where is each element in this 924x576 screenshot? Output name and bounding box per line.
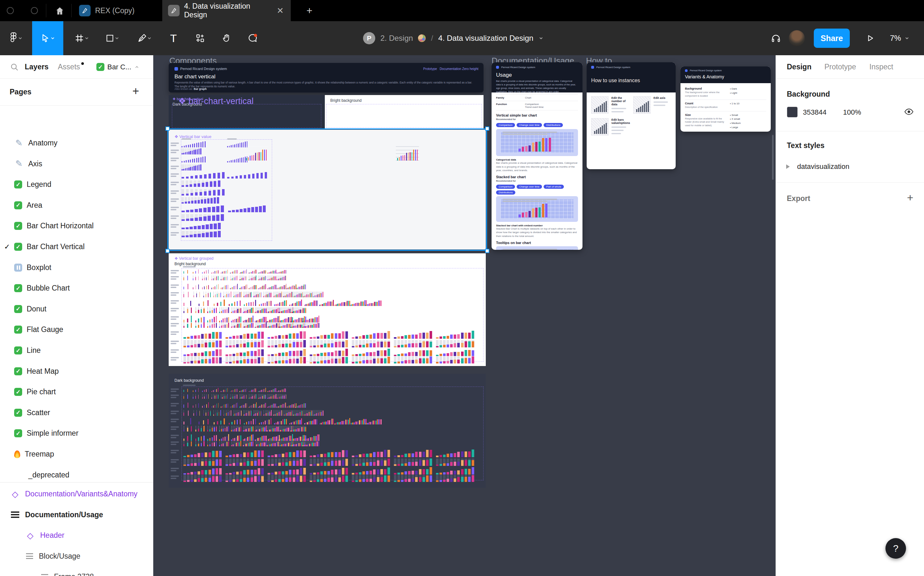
window-control-icon[interactable] bbox=[31, 7, 38, 14]
help-button[interactable]: ? bbox=[886, 538, 906, 558]
sidebar-page-anatomy[interactable]: ✎Anatomy bbox=[0, 133, 153, 154]
home-button[interactable] bbox=[53, 5, 66, 18]
comment-tool-button[interactable] bbox=[240, 21, 265, 55]
frame-links[interactable]: Prototype Documentation Zero height bbox=[423, 67, 478, 70]
project-badge[interactable]: P bbox=[363, 32, 375, 44]
add-export-button[interactable]: + bbox=[907, 191, 913, 204]
tab-data-visualization[interactable]: 4. Data visualization Design ✕ bbox=[162, 0, 291, 21]
tab-rex-copy[interactable]: REX (Copy) bbox=[73, 0, 140, 21]
canvas[interactable]: Components Documentation/Usage How to Pe… bbox=[153, 55, 776, 576]
resources-tool-button[interactable] bbox=[188, 21, 212, 55]
avatar[interactable] bbox=[789, 30, 805, 46]
present-button[interactable] bbox=[860, 21, 880, 55]
sidebar-page-area[interactable]: ✓Area bbox=[0, 195, 153, 216]
tab-assets[interactable]: Assets bbox=[58, 55, 80, 78]
sidebar-page-bubble-chart[interactable]: ✓Bubble Chart bbox=[0, 278, 153, 299]
sidebar-page-bar-chart-vertical[interactable]: ✓✓Bar Chart Vertical bbox=[0, 236, 153, 257]
bright-background-label: Bright background bbox=[330, 98, 361, 103]
sidebar-page-treemap[interactable]: Treemap bbox=[0, 444, 153, 465]
howto-card[interactable]: Pernod Ricard Design system How to use i… bbox=[587, 62, 675, 169]
check-icon: ✓ bbox=[14, 429, 22, 437]
sidebar-page-flat-gauge[interactable]: ✓Flat Gauge bbox=[0, 319, 153, 340]
variants-anatomy-card[interactable]: Pernod Ricard Design system Variants & A… bbox=[680, 66, 771, 132]
frame-bar-chart-vertical-intro[interactable]: Pernod Ricard Design system Prototype Do… bbox=[168, 63, 483, 93]
frame-vertical-bar-grouped-dark[interactable]: Dark background bbox=[168, 374, 486, 488]
shape-tool-button[interactable] bbox=[98, 21, 127, 55]
howto-card-header: Pernod Ricard Design system How to use i… bbox=[587, 62, 675, 93]
breadcrumb-project[interactable]: 2. Design bbox=[380, 34, 413, 43]
selection-handle[interactable] bbox=[165, 249, 170, 253]
layer-label: Block/Usage bbox=[39, 552, 80, 561]
layer-header[interactable]: ◇Header bbox=[0, 525, 153, 546]
search-icon[interactable] bbox=[10, 62, 19, 72]
pill-part-of-whole: Part of whole bbox=[544, 185, 564, 189]
window-control-icon[interactable] bbox=[7, 7, 14, 14]
move-tool-button[interactable] bbox=[32, 21, 63, 55]
background-hex-value[interactable]: 353844 bbox=[803, 108, 826, 117]
chevron-down-icon[interactable] bbox=[539, 36, 544, 41]
sidebar-page-heat-map[interactable]: ✓Heat Map bbox=[0, 361, 153, 382]
close-icon[interactable]: ✕ bbox=[275, 6, 285, 16]
tab-design[interactable]: Design bbox=[787, 55, 812, 78]
layer-block-usage[interactable]: Block/Usage bbox=[0, 546, 153, 567]
brand-name: Pernod Ricard Design system bbox=[180, 67, 227, 70]
breadcrumb-separator: / bbox=[431, 34, 433, 43]
howto-thumbnail bbox=[633, 96, 651, 114]
canvas-scrollbar[interactable] bbox=[772, 135, 774, 180]
audio-button[interactable] bbox=[766, 21, 786, 55]
sidebar-page-pie-chart[interactable]: ✓Pie chart bbox=[0, 381, 153, 402]
pen-tool-button[interactable] bbox=[129, 21, 160, 55]
frame-vertical-bar-grouped-bright[interactable]: ❖ Vertical bar grouped Bright background bbox=[168, 253, 486, 366]
text-icon bbox=[26, 553, 33, 559]
divider bbox=[71, 4, 72, 18]
va-row-background: BackgroundThe background color where the… bbox=[685, 85, 766, 99]
brand-logo-icon bbox=[591, 66, 594, 69]
expand-arrow-icon[interactable] bbox=[786, 165, 790, 169]
main-menu-button[interactable] bbox=[3, 21, 29, 55]
text-tool-button[interactable]: T bbox=[162, 21, 185, 55]
share-button[interactable]: Share bbox=[814, 29, 850, 48]
selection-handle[interactable] bbox=[485, 249, 489, 253]
sidebar-page-scatter[interactable]: ✓Scatter bbox=[0, 402, 153, 423]
palette-icon bbox=[418, 34, 426, 42]
text-style-item[interactable]: datavisualization bbox=[797, 162, 849, 171]
sidebar-page-legend[interactable]: ✓Legend bbox=[0, 174, 153, 195]
howto-item-1: Edit the number of data bbox=[591, 96, 630, 114]
breadcrumb-page[interactable]: 4. Data visualization Design bbox=[438, 34, 533, 43]
frame-tool-button[interactable] bbox=[67, 21, 96, 55]
tab-prototype[interactable]: Prototype bbox=[825, 55, 856, 78]
tab-inspect[interactable]: Inspect bbox=[869, 55, 893, 78]
text-icon bbox=[41, 574, 48, 576]
sidebar-page-simple-informer[interactable]: ✓Simple informer bbox=[0, 423, 153, 444]
layer-documentation-usage[interactable]: Documentation/Usage bbox=[0, 504, 153, 525]
selection-handle[interactable] bbox=[485, 126, 489, 131]
zoom-control[interactable]: 7% bbox=[890, 21, 910, 55]
pills-row: ComparisonChange over timeDistributions bbox=[496, 122, 578, 127]
layer-frame-2738[interactable]: Frame 2738 bbox=[0, 566, 153, 576]
layer-documentation-variants-anatomy[interactable]: ◇Documentation/Variants&Anatomy bbox=[0, 483, 153, 504]
frame-vertical-bar-value[interactable]: ❖ Vertical bar value bbox=[168, 130, 486, 250]
background-color-swatch[interactable] bbox=[787, 107, 798, 117]
sidebar-page-line[interactable]: ✓Line bbox=[0, 340, 153, 361]
add-page-button[interactable]: + bbox=[132, 85, 139, 98]
selection-handle[interactable] bbox=[165, 126, 170, 131]
usage-intro: Bar charts provide a visual presentation… bbox=[496, 80, 578, 94]
sidebar-page-boxplot[interactable]: Boxplot bbox=[0, 257, 153, 278]
sidebar-page-axis[interactable]: ✎Axis bbox=[0, 154, 153, 174]
component-icon: ◇ bbox=[26, 532, 34, 539]
background-opacity-value[interactable]: 100% bbox=[843, 108, 861, 117]
tab-layers[interactable]: Layers bbox=[25, 55, 48, 78]
eye-icon[interactable] bbox=[904, 107, 914, 117]
new-tab-button[interactable]: + bbox=[303, 4, 316, 18]
page-switcher[interactable]: ✓ Bar C... bbox=[96, 55, 140, 78]
usage-card[interactable]: Pernod Ricard Design system Usage Bar ch… bbox=[492, 62, 582, 250]
family-row: FamilyChart bbox=[496, 94, 578, 101]
right-sidebar: Design Prototype Inspect Background 3538… bbox=[776, 55, 924, 576]
frame-sublabel: Bright background bbox=[175, 262, 205, 266]
sidebar-page-donut[interactable]: ✓Donut bbox=[0, 299, 153, 320]
check-icon: ✓ bbox=[14, 243, 22, 251]
sidebar-page-bar-chart-horizontal[interactable]: ✓Bar Chart Horizontal bbox=[0, 216, 153, 236]
usage-section1-heading: Vertical simple bar chart bbox=[496, 114, 578, 117]
left-sidebar: Layers Assets ✓ Bar C... Pages + ✎Anatom… bbox=[0, 55, 153, 576]
hand-tool-button[interactable] bbox=[215, 21, 239, 55]
